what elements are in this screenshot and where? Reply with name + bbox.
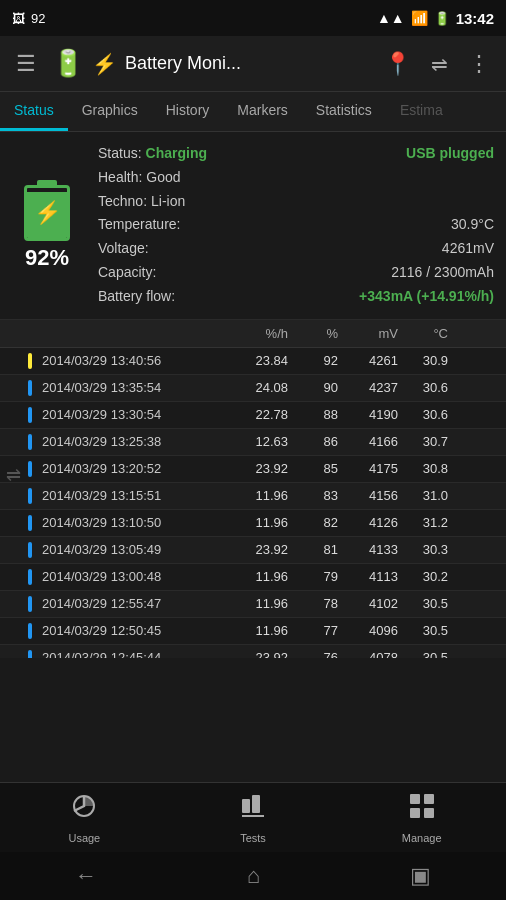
row-temp: 30.6 <box>398 407 448 422</box>
nav-usage[interactable]: Usage <box>0 783 169 852</box>
row-mv: 4261 <box>338 353 398 368</box>
filter-icon[interactable]: ⇌ <box>423 44 456 84</box>
row-percent: 92 <box>288 353 338 368</box>
battery-percent: 92% <box>25 245 69 271</box>
row-mv: 4190 <box>338 407 398 422</box>
battery-visual: ⚡ 92% <box>12 142 82 309</box>
row-percent: 88 <box>288 407 338 422</box>
table-row: 2014/03/29 12:55:47 11.96 78 4102 30.5 <box>0 591 506 618</box>
more-icon[interactable]: ⋮ <box>460 43 498 85</box>
row-datetime: 2014/03/29 12:50:45 <box>28 623 228 639</box>
health-label: Health: <box>98 166 142 190</box>
home-button[interactable]: ⌂ <box>247 863 260 889</box>
techno-row: Techno: Li-ion <box>98 190 494 214</box>
screenshot-icon: 🖼 <box>12 11 25 26</box>
row-rate: 22.78 <box>228 407 288 422</box>
row-rate: 23.92 <box>228 461 288 476</box>
row-rate: 24.08 <box>228 380 288 395</box>
row-datetime: 2014/03/29 13:15:51 <box>28 488 228 504</box>
col-percent-header: % <box>288 326 338 341</box>
col-datetime-header <box>28 326 228 341</box>
techno-value: Li-ion <box>151 190 494 214</box>
clock: 13:42 <box>456 10 494 27</box>
svg-rect-6 <box>410 808 420 818</box>
row-datetime: 2014/03/29 12:45:44 <box>28 650 228 658</box>
battery-body: ⚡ <box>24 185 70 241</box>
row-rate: 12.63 <box>228 434 288 449</box>
row-percent: 77 <box>288 623 338 638</box>
row-mv: 4133 <box>338 542 398 557</box>
row-percent: 82 <box>288 515 338 530</box>
voltage-label: Voltage: <box>98 237 149 261</box>
row-percent: 90 <box>288 380 338 395</box>
svg-rect-1 <box>242 799 250 813</box>
row-mv: 4078 <box>338 650 398 658</box>
capacity-label: Capacity: <box>98 261 156 285</box>
row-temp: 30.5 <box>398 650 448 658</box>
row-temp: 30.8 <box>398 461 448 476</box>
nav-tests[interactable]: Tests <box>169 783 338 852</box>
row-percent: 83 <box>288 488 338 503</box>
table-row: 2014/03/29 12:50:45 11.96 77 4096 30.5 <box>0 618 506 645</box>
system-nav: ← ⌂ ▣ <box>0 852 506 900</box>
tab-estima[interactable]: Estima <box>386 92 457 131</box>
tab-graphics[interactable]: Graphics <box>68 92 152 131</box>
row-temp: 31.2 <box>398 515 448 530</box>
flow-row: Battery flow: +343mA (+14.91%/h) <box>98 285 494 309</box>
location-icon[interactable]: 📍 <box>376 43 419 85</box>
signal-icon: 📶 <box>411 10 428 26</box>
row-rate: 11.96 <box>228 515 288 530</box>
status-bar: 🖼 92 ▲▲ 📶 🔋 13:42 <box>0 0 506 36</box>
menu-icon[interactable]: ☰ <box>8 43 44 85</box>
svg-rect-4 <box>410 794 420 804</box>
lightning-icon: ⚡ <box>92 52 117 76</box>
table-row: 2014/03/29 13:05:49 23.92 81 4133 30.3 <box>0 537 506 564</box>
row-rate: 11.96 <box>228 623 288 638</box>
row-mv: 4156 <box>338 488 398 503</box>
capacity-value: 2116 / 2300mAh <box>391 261 494 285</box>
svg-rect-5 <box>424 794 434 804</box>
status-label: Status: <box>98 142 142 166</box>
capacity-row: Capacity: 2116 / 2300mAh <box>98 261 494 285</box>
adjust-icon[interactable]: ⇌ <box>6 464 21 486</box>
row-datetime: 2014/03/29 13:20:52 <box>28 461 228 477</box>
tab-bar: Status Graphics History Markers Statisti… <box>0 92 506 132</box>
table-row: 2014/03/29 13:10:50 11.96 82 4126 31.2 <box>0 510 506 537</box>
nav-manage-label: Manage <box>402 832 442 844</box>
row-temp: 30.7 <box>398 434 448 449</box>
row-rate: 23.84 <box>228 353 288 368</box>
tab-markers[interactable]: Markers <box>223 92 302 131</box>
row-mv: 4166 <box>338 434 398 449</box>
row-temp: 30.9 <box>398 353 448 368</box>
back-button[interactable]: ← <box>75 863 97 889</box>
row-datetime: 2014/03/29 13:30:54 <box>28 407 228 423</box>
table-row: 2014/03/29 13:40:56 23.84 92 4261 30.9 <box>0 348 506 375</box>
row-datetime: 2014/03/29 13:10:50 <box>28 515 228 531</box>
temp-row: Temperature: 30.9°C <box>98 213 494 237</box>
voltage-row: Voltage: 4261mV <box>98 237 494 261</box>
col-rate-header: %/h <box>228 326 288 341</box>
tests-icon <box>238 791 268 828</box>
table-section: ⇌ %/h % mV °C 2014/03/29 13:40:56 23.84 … <box>0 320 506 658</box>
row-mv: 4113 <box>338 569 398 584</box>
recent-button[interactable]: ▣ <box>410 863 431 889</box>
nav-manage[interactable]: Manage <box>337 783 506 852</box>
row-datetime: 2014/03/29 13:35:54 <box>28 380 228 396</box>
tab-statistics[interactable]: Statistics <box>302 92 386 131</box>
voltage-value: 4261mV <box>442 237 494 261</box>
temp-label: Temperature: <box>98 213 180 237</box>
row-percent: 78 <box>288 596 338 611</box>
battery-app-icon: 🔋 <box>52 48 84 79</box>
tab-status[interactable]: Status <box>0 92 68 131</box>
row-mv: 4102 <box>338 596 398 611</box>
table-header: %/h % mV °C <box>0 320 506 348</box>
wifi-icon: ▲▲ <box>377 10 405 26</box>
row-temp: 30.3 <box>398 542 448 557</box>
svg-rect-3 <box>242 815 264 817</box>
tab-history[interactable]: History <box>152 92 224 131</box>
row-rate: 23.92 <box>228 542 288 557</box>
status-bar-right: ▲▲ 📶 🔋 13:42 <box>377 10 494 27</box>
table-row: 2014/03/29 13:15:51 11.96 83 4156 31.0 <box>0 483 506 510</box>
health-value: Good <box>146 166 494 190</box>
table-row: 2014/03/29 13:20:52 23.92 85 4175 30.8 <box>0 456 506 483</box>
